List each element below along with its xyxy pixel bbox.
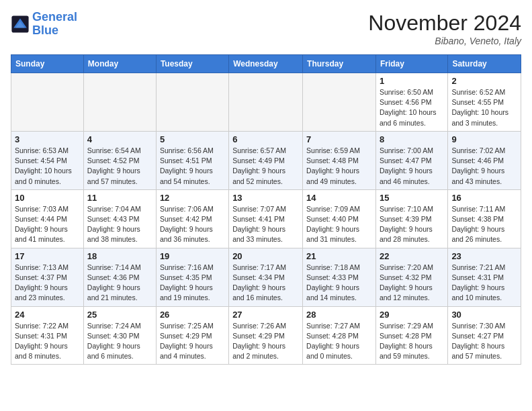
day-info: Sunrise: 7:29 AMSunset: 4:28 PMDaylight:…	[380, 321, 444, 362]
day-number: 7	[306, 134, 372, 144]
day-info: Sunrise: 7:16 AMSunset: 4:35 PMDaylight:…	[160, 263, 225, 304]
day-info: Sunrise: 6:59 AMSunset: 4:48 PMDaylight:…	[306, 146, 372, 187]
day-number: 20	[232, 251, 299, 261]
day-info: Sunrise: 7:13 AMSunset: 4:37 PMDaylight:…	[15, 263, 80, 304]
calendar-day-cell	[83, 73, 156, 132]
calendar-day-cell: 6Sunrise: 6:57 AMSunset: 4:49 PMDaylight…	[229, 131, 303, 189]
calendar-day-cell	[156, 73, 228, 132]
day-info: Sunrise: 7:06 AMSunset: 4:42 PMDaylight:…	[160, 204, 225, 245]
logo-line1: General	[32, 10, 77, 24]
calendar-week-row: 24Sunrise: 7:22 AMSunset: 4:31 PMDayligh…	[11, 306, 521, 365]
calendar-day-header: Monday	[83, 55, 156, 73]
day-info: Sunrise: 7:14 AMSunset: 4:36 PMDaylight:…	[87, 263, 152, 304]
day-info: Sunrise: 7:24 AMSunset: 4:30 PMDaylight:…	[87, 321, 152, 362]
day-number: 19	[160, 251, 225, 261]
day-number: 13	[232, 193, 299, 203]
day-number: 16	[451, 193, 517, 203]
calendar-day-cell: 10Sunrise: 7:03 AMSunset: 4:44 PMDayligh…	[11, 189, 84, 248]
calendar-day-cell: 24Sunrise: 7:22 AMSunset: 4:31 PMDayligh…	[11, 306, 84, 365]
day-number: 10	[15, 193, 80, 203]
page-header: General Blue November 2024 Bibano, Venet…	[11, 11, 521, 46]
calendar-day-cell: 5Sunrise: 6:56 AMSunset: 4:51 PMDaylight…	[156, 131, 228, 189]
calendar-day-cell: 28Sunrise: 7:27 AMSunset: 4:28 PMDayligh…	[303, 306, 376, 365]
day-info: Sunrise: 6:57 AMSunset: 4:49 PMDaylight:…	[232, 146, 299, 187]
calendar-day-cell: 16Sunrise: 7:11 AMSunset: 4:38 PMDayligh…	[448, 189, 521, 248]
calendar-day-cell: 14Sunrise: 7:09 AMSunset: 4:40 PMDayligh…	[303, 189, 376, 248]
calendar-day-cell: 17Sunrise: 7:13 AMSunset: 4:37 PMDayligh…	[11, 248, 84, 306]
day-number: 11	[87, 193, 152, 203]
day-info: Sunrise: 7:10 AMSunset: 4:39 PMDaylight:…	[380, 204, 444, 245]
calendar-day-cell: 11Sunrise: 7:04 AMSunset: 4:43 PMDayligh…	[83, 189, 156, 248]
day-number: 4	[87, 134, 152, 144]
calendar-day-cell: 9Sunrise: 7:02 AMSunset: 4:46 PMDaylight…	[448, 131, 521, 189]
location: Bibano, Veneto, Italy	[368, 36, 521, 46]
day-info: Sunrise: 7:02 AMSunset: 4:46 PMDaylight:…	[451, 146, 517, 187]
day-number: 24	[15, 310, 80, 320]
calendar-day-cell: 8Sunrise: 7:00 AMSunset: 4:47 PMDaylight…	[375, 131, 447, 189]
day-info: Sunrise: 7:07 AMSunset: 4:41 PMDaylight:…	[232, 204, 299, 245]
calendar-day-header: Wednesday	[229, 55, 303, 73]
calendar-day-header: Tuesday	[156, 55, 228, 73]
calendar-day-cell: 23Sunrise: 7:21 AMSunset: 4:31 PMDayligh…	[448, 248, 521, 306]
calendar-day-cell: 26Sunrise: 7:25 AMSunset: 4:29 PMDayligh…	[156, 306, 228, 365]
calendar-day-cell: 27Sunrise: 7:26 AMSunset: 4:29 PMDayligh…	[229, 306, 303, 365]
calendar-day-cell: 12Sunrise: 7:06 AMSunset: 4:42 PMDayligh…	[156, 189, 228, 248]
calendar-week-row: 3Sunrise: 6:53 AMSunset: 4:54 PMDaylight…	[11, 131, 521, 189]
day-info: Sunrise: 6:52 AMSunset: 4:55 PMDaylight:…	[451, 87, 517, 128]
month-title: November 2024	[368, 11, 521, 36]
calendar-day-cell: 19Sunrise: 7:16 AMSunset: 4:35 PMDayligh…	[156, 248, 228, 306]
day-number: 30	[451, 310, 517, 320]
day-info: Sunrise: 6:56 AMSunset: 4:51 PMDaylight:…	[160, 146, 225, 187]
day-number: 2	[451, 76, 517, 86]
day-info: Sunrise: 6:54 AMSunset: 4:52 PMDaylight:…	[87, 146, 152, 187]
day-number: 28	[306, 310, 372, 320]
day-number: 15	[380, 193, 444, 203]
calendar-header-row: SundayMondayTuesdayWednesdayThursdayFrid…	[11, 55, 521, 73]
calendar-day-header: Thursday	[303, 55, 376, 73]
calendar-day-cell	[303, 73, 376, 132]
calendar-day-cell: 13Sunrise: 7:07 AMSunset: 4:41 PMDayligh…	[229, 189, 303, 248]
day-info: Sunrise: 7:22 AMSunset: 4:31 PMDaylight:…	[15, 321, 80, 362]
day-info: Sunrise: 7:09 AMSunset: 4:40 PMDaylight:…	[306, 204, 372, 245]
day-info: Sunrise: 7:20 AMSunset: 4:32 PMDaylight:…	[380, 263, 444, 304]
calendar-day-header: Sunday	[11, 55, 84, 73]
day-info: Sunrise: 7:18 AMSunset: 4:33 PMDaylight:…	[306, 263, 372, 304]
calendar-day-cell	[229, 73, 303, 132]
day-number: 26	[160, 310, 225, 320]
calendar-day-cell: 29Sunrise: 7:29 AMSunset: 4:28 PMDayligh…	[375, 306, 447, 365]
day-number: 1	[380, 76, 444, 86]
day-info: Sunrise: 7:27 AMSunset: 4:28 PMDaylight:…	[306, 321, 372, 362]
calendar-day-cell: 1Sunrise: 6:50 AMSunset: 4:56 PMDaylight…	[375, 73, 447, 132]
calendar-day-cell: 22Sunrise: 7:20 AMSunset: 4:32 PMDayligh…	[375, 248, 447, 306]
day-number: 23	[451, 251, 517, 261]
day-number: 21	[306, 251, 372, 261]
day-number: 3	[15, 134, 80, 144]
day-number: 12	[160, 193, 225, 203]
calendar-day-header: Friday	[375, 55, 447, 73]
day-info: Sunrise: 6:53 AMSunset: 4:54 PMDaylight:…	[15, 146, 80, 187]
calendar-day-cell: 15Sunrise: 7:10 AMSunset: 4:39 PMDayligh…	[375, 189, 447, 248]
logo-icon	[11, 15, 30, 34]
day-number: 25	[87, 310, 152, 320]
day-number: 6	[232, 134, 299, 144]
day-info: Sunrise: 7:21 AMSunset: 4:31 PMDaylight:…	[451, 263, 517, 304]
day-info: Sunrise: 7:25 AMSunset: 4:29 PMDaylight:…	[160, 321, 225, 362]
day-number: 27	[232, 310, 299, 320]
day-info: Sunrise: 7:00 AMSunset: 4:47 PMDaylight:…	[380, 146, 444, 187]
calendar-day-cell: 2Sunrise: 6:52 AMSunset: 4:55 PMDaylight…	[448, 73, 521, 132]
day-info: Sunrise: 6:50 AMSunset: 4:56 PMDaylight:…	[380, 87, 444, 128]
calendar-day-cell: 20Sunrise: 7:17 AMSunset: 4:34 PMDayligh…	[229, 248, 303, 306]
calendar-week-row: 1Sunrise: 6:50 AMSunset: 4:56 PMDaylight…	[11, 73, 521, 132]
calendar-table: SundayMondayTuesdayWednesdayThursdayFrid…	[11, 54, 521, 365]
day-info: Sunrise: 7:11 AMSunset: 4:38 PMDaylight:…	[451, 204, 517, 245]
calendar-day-header: Saturday	[448, 55, 521, 73]
day-number: 17	[15, 251, 80, 261]
calendar-day-cell: 4Sunrise: 6:54 AMSunset: 4:52 PMDaylight…	[83, 131, 156, 189]
day-number: 18	[87, 251, 152, 261]
day-info: Sunrise: 7:30 AMSunset: 4:27 PMDaylight:…	[451, 321, 517, 362]
logo: General Blue	[11, 11, 77, 38]
calendar-day-cell	[11, 73, 84, 132]
day-info: Sunrise: 7:17 AMSunset: 4:34 PMDaylight:…	[232, 263, 299, 304]
day-number: 22	[380, 251, 444, 261]
day-number: 9	[451, 134, 517, 144]
